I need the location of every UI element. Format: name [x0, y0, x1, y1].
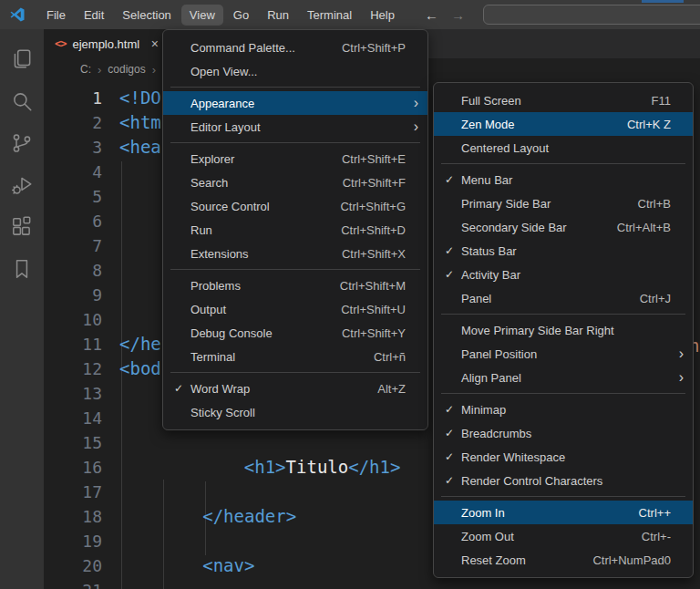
menu-item-shortcut: Ctrl+Shift+M	[340, 279, 406, 293]
forward-arrow-icon[interactable]: →	[451, 7, 465, 23]
menu-item-minimap[interactable]: ✓Minimap	[434, 398, 693, 421]
menu-item-shortcut: Ctrl++	[639, 506, 671, 520]
menu-item-shortcut: Ctrl+Shift+Y	[342, 326, 406, 340]
menu-item-reset-zoom[interactable]: Reset ZoomCtrl+NumPad0	[434, 548, 693, 572]
menubar-item-help[interactable]: Help	[362, 5, 403, 26]
menu-item-label: Debug Console	[190, 326, 342, 340]
menu-item-label: Breadcrumbs	[461, 427, 671, 440]
titlebar: FileEditSelectionViewGoRunTerminalHelp ←…	[0, 0, 700, 29]
tab-close-icon[interactable]: ×	[151, 36, 159, 51]
menu-separator	[170, 87, 420, 88]
menu-item-terminal[interactable]: TerminalCtrl+ñ	[163, 345, 427, 368]
extensions-icon[interactable]	[0, 206, 44, 248]
menu-item-centered-layout[interactable]: Centered Layout	[434, 136, 693, 160]
menu-item-label: Status Bar	[461, 244, 671, 258]
menu-item-shortcut: Ctrl+Shift+E	[342, 152, 406, 166]
menu-item-editor-layout[interactable]: Editor Layout›	[163, 115, 427, 139]
menubar-item-selection[interactable]: Selection	[114, 5, 179, 26]
line-number: 15	[44, 430, 102, 455]
html-file-icon: <>	[55, 37, 66, 50]
menu-item-label: Editor Layout	[190, 120, 406, 134]
menu-item-shortcut: Ctrl+ñ	[374, 350, 406, 364]
menu-item-secondary-side-bar[interactable]: Secondary Side BarCtrl+Alt+B	[434, 215, 693, 239]
menu-item-move-primary-side-bar-right[interactable]: Move Primary Side Bar Right	[434, 318, 693, 342]
breadcrumb-item-codigos[interactable]: codigos	[108, 63, 145, 76]
source-control-icon[interactable]	[0, 122, 44, 164]
bookmark-icon[interactable]	[0, 248, 44, 290]
line-number: 12	[44, 356, 102, 381]
menu-separator	[170, 142, 420, 143]
menu-item-shortcut: Ctrl+Alt+B	[617, 221, 671, 234]
menu-item-activity-bar[interactable]: ✓Activity Bar	[434, 263, 693, 286]
breadcrumb-chevron-icon: ›	[98, 63, 101, 77]
menu-item-sticky-scroll[interactable]: Sticky Scroll	[163, 400, 427, 424]
menu-item-word-wrap[interactable]: ✓Word WrapAlt+Z	[163, 377, 427, 400]
back-arrow-icon[interactable]: ←	[425, 7, 438, 23]
menu-item-command-palette[interactable]: Command Palette...Ctrl+Shift+P	[163, 36, 427, 59]
menubar-item-file[interactable]: File	[38, 5, 74, 26]
line-content: <h1>Titulo</h1>	[119, 455, 400, 480]
command-center-search-box[interactable]	[483, 5, 700, 25]
menu-item-label: Zoom Out	[461, 530, 642, 543]
menu-item-extensions[interactable]: ExtensionsCtrl+Shift+X	[163, 242, 427, 265]
vscode-logo-icon	[9, 6, 26, 23]
menu-item-shortcut: Ctrl+-	[642, 530, 671, 543]
menu-item-explorer[interactable]: ExplorerCtrl+Shift+E	[163, 147, 427, 170]
menu-item-problems[interactable]: ProblemsCtrl+Shift+M	[163, 274, 427, 297]
run-debug-icon[interactable]	[0, 164, 44, 206]
menu-item-output[interactable]: OutputCtrl+Shift+U	[163, 297, 427, 321]
checkmark-icon: ✓	[445, 450, 461, 463]
tab-ejemplo-html[interactable]: <> ejemplo.html ×	[44, 29, 168, 58]
menu-item-panel[interactable]: PanelCtrl+J	[434, 286, 693, 310]
menu-item-label: Search	[190, 176, 343, 190]
code-line-21[interactable]: 21	[44, 578, 700, 589]
menu-item-render-whitespace[interactable]: ✓Render Whitespace	[434, 445, 693, 469]
checkmark-icon: ✓	[174, 382, 190, 395]
line-number: 5	[44, 184, 102, 209]
menu-item-menu-bar[interactable]: ✓Menu Bar	[434, 168, 693, 191]
menu-item-label: Zoom In	[461, 506, 639, 520]
menu-item-panel-position[interactable]: Panel Position›	[434, 342, 693, 366]
menu-item-source-control[interactable]: Source ControlCtrl+Shift+G	[163, 194, 427, 218]
menu-item-open-view[interactable]: Open View...	[163, 59, 427, 83]
menu-item-shortcut: Ctrl+Shift+D	[341, 223, 406, 237]
submenu-chevron-icon: ›	[673, 346, 684, 361]
menu-item-shortcut: Ctrl+B	[638, 197, 671, 211]
menu-item-run[interactable]: RunCtrl+Shift+D	[163, 218, 427, 242]
menu-item-label: Render Control Characters	[461, 474, 671, 488]
line-number: 2	[44, 110, 102, 135]
menubar-item-terminal[interactable]: Terminal	[299, 5, 360, 26]
menu-item-zoom-out[interactable]: Zoom OutCtrl+-	[434, 524, 693, 548]
line-content: <htm	[119, 110, 161, 135]
menubar-item-edit[interactable]: Edit	[76, 5, 112, 26]
breadcrumb-item-c[interactable]: C:	[80, 63, 91, 76]
menubar-item-run[interactable]: Run	[259, 5, 297, 26]
window-accent-strip	[642, 0, 684, 3]
submenu-chevron-icon: ›	[407, 119, 418, 134]
search-icon[interactable]	[0, 80, 44, 122]
menu-item-appearance[interactable]: Appearance›	[163, 91, 427, 115]
menu-item-zoom-in[interactable]: Zoom InCtrl++	[434, 501, 693, 524]
menubar-item-view[interactable]: View	[181, 5, 223, 26]
line-number: 18	[44, 504, 102, 529]
checkmark-icon: ✓	[445, 173, 461, 186]
menu-item-align-panel[interactable]: Align Panel›	[434, 366, 693, 389]
menu-item-label: Terminal	[190, 350, 374, 364]
line-content: </he	[119, 332, 161, 356]
menu-item-debug-console[interactable]: Debug ConsoleCtrl+Shift+Y	[163, 321, 427, 345]
menu-item-status-bar[interactable]: ✓Status Bar	[434, 239, 693, 263]
menu-item-breadcrumbs[interactable]: ✓Breadcrumbs	[434, 421, 693, 445]
menu-item-label: Minimap	[461, 403, 671, 417]
menu-item-render-control-characters[interactable]: ✓Render Control Characters	[434, 469, 693, 492]
menubar-item-go[interactable]: Go	[225, 5, 257, 26]
submenu-chevron-icon: ›	[673, 370, 684, 385]
menu-item-primary-side-bar[interactable]: Primary Side BarCtrl+B	[434, 191, 693, 215]
menu-item-search[interactable]: SearchCtrl+Shift+F	[163, 170, 427, 194]
line-number: 4	[44, 160, 102, 184]
line-content: <bod	[119, 356, 161, 381]
explorer-icon[interactable]	[0, 38, 44, 80]
menu-item-zen-mode[interactable]: Zen ModeCtrl+K Z	[434, 112, 693, 136]
menu-separator	[441, 163, 685, 164]
line-number: 20	[44, 553, 102, 578]
menu-item-full-screen[interactable]: Full ScreenF11	[434, 88, 693, 112]
